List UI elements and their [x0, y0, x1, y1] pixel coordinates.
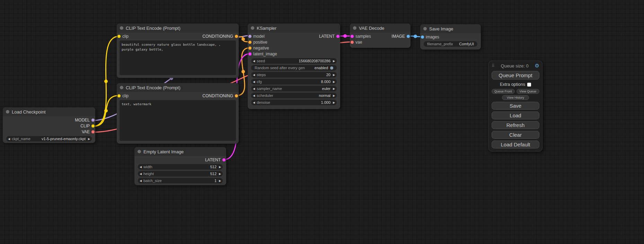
widget-steps[interactable]: steps 20	[251, 72, 337, 78]
queue-prompt-button[interactable]: Queue Prompt	[492, 71, 539, 80]
clear-button[interactable]: Clear	[492, 131, 539, 139]
slot-latent-image-input[interactable]	[248, 52, 252, 55]
node-title-bar[interactable]: CLIP Text Encode (Prompt)	[117, 24, 239, 33]
decrement-icon[interactable]	[251, 73, 257, 76]
slot-image-output[interactable]	[407, 35, 410, 38]
slot-conditioning-output[interactable]	[235, 35, 238, 38]
widget-height[interactable]: height 512	[138, 171, 223, 177]
increment-icon[interactable]	[331, 101, 337, 104]
settings-gear-icon[interactable]: ⚙	[535, 63, 539, 69]
drag-handle-icon[interactable]: ⠿	[492, 63, 495, 68]
widget-ckpt-name[interactable]: ckpt_name v1-5-pruned-emaonly.ckpt	[6, 136, 92, 142]
refresh-button[interactable]: Refresh	[492, 121, 539, 129]
slot-vae-input[interactable]	[351, 40, 354, 44]
collapse-toggle-icon[interactable]	[120, 26, 123, 30]
slot-latent-output[interactable]	[336, 35, 339, 38]
collapse-toggle-icon[interactable]	[353, 26, 356, 30]
node-title-bar[interactable]: Save Image	[420, 24, 481, 33]
node-title-bar[interactable]: VAE Decode	[350, 24, 411, 33]
extra-options-label: Extra options	[500, 82, 525, 87]
slot-latent-output[interactable]	[222, 158, 226, 161]
slot-row-vae: vae	[350, 39, 411, 45]
increment-icon[interactable]	[331, 80, 337, 83]
node-graph-canvas[interactable]: Load Checkpoint MODEL CLIP VAE ckpt_name…	[0, 0, 644, 244]
slot-positive-input[interactable]	[248, 40, 252, 44]
extra-options-checkbox[interactable]	[527, 83, 531, 87]
node-title-bar[interactable]: Load Checkpoint	[3, 107, 95, 116]
next-value-icon[interactable]	[86, 137, 92, 141]
widget-filename-prefix[interactable]: filename_prefix ComfyUI	[424, 41, 477, 47]
node-load-checkpoint[interactable]: Load Checkpoint MODEL CLIP VAE ckpt_name…	[3, 107, 95, 143]
slot-model-output[interactable]	[91, 118, 95, 121]
decrement-icon[interactable]	[138, 179, 143, 182]
output-row-vae: VAE	[3, 129, 95, 135]
collapse-toggle-icon[interactable]	[251, 26, 254, 30]
decrement-icon[interactable]	[251, 101, 257, 104]
output-row-clip: CLIP	[3, 123, 95, 129]
node-title-bar[interactable]: Empty Latent Image	[134, 147, 226, 156]
save-button[interactable]: Save	[492, 102, 539, 110]
decrement-icon[interactable]	[251, 80, 257, 83]
prev-value-icon[interactable]	[251, 94, 257, 97]
prev-value-icon[interactable]	[251, 87, 257, 90]
decrement-icon[interactable]	[251, 60, 257, 63]
wire-dot-clip-positive	[104, 80, 108, 83]
slot-images-input[interactable]	[421, 35, 424, 38]
widget-denoise[interactable]: denoise 1.000	[251, 100, 337, 105]
positive-prompt-input[interactable]: beautiful scenery nature glass bottle la…	[120, 40, 236, 75]
output-row-model: MODEL	[3, 117, 95, 123]
collapse-toggle-icon[interactable]	[120, 86, 123, 89]
slot-row-latent-image: latent_image	[248, 51, 340, 57]
slot-row: clip CONDITIONING	[117, 33, 239, 39]
negative-prompt-input[interactable]: text, watermark	[120, 100, 236, 141]
load-default-button[interactable]: Load Default	[492, 141, 539, 148]
node-title: KSampler	[257, 26, 276, 31]
slot-model-input[interactable]	[248, 35, 252, 38]
slot-vae-output[interactable]	[91, 130, 95, 133]
slot-negative-input[interactable]	[248, 46, 252, 49]
widget-width[interactable]: width 512	[138, 164, 223, 170]
increment-icon[interactable]	[217, 172, 223, 175]
wire-dot-latent-ksampler	[343, 34, 347, 38]
slot-clip-input[interactable]	[117, 94, 121, 97]
increment-icon[interactable]	[331, 60, 337, 63]
slot-row-model: model LATENT	[248, 33, 340, 39]
widget-cfg[interactable]: cfg 8.000	[251, 79, 337, 84]
node-ksampler[interactable]: KSampler model LATENT positive negative …	[248, 24, 340, 109]
decrement-icon[interactable]	[138, 165, 143, 169]
collapse-toggle-icon[interactable]	[423, 27, 427, 30]
toggle-indicator-icon[interactable]	[330, 66, 333, 70]
node-empty-latent-image[interactable]: Empty Latent Image LATENT width 512 heig…	[134, 147, 226, 185]
wire-dot-image	[414, 35, 417, 38]
slot-clip-output[interactable]	[91, 124, 95, 127]
node-title-bar[interactable]: KSampler	[248, 24, 340, 33]
node-title: Empty Latent Image	[143, 149, 184, 154]
load-button[interactable]: Load	[492, 111, 539, 119]
node-clip-text-encode-negative[interactable]: CLIP Text Encode (Prompt) clip CONDITION…	[117, 83, 239, 144]
next-value-icon[interactable]	[331, 94, 337, 97]
increment-icon[interactable]	[217, 179, 223, 182]
node-vae-decode[interactable]: VAE Decode samples IMAGE vae	[350, 24, 411, 48]
node-title-bar[interactable]: CLIP Text Encode (Prompt)	[117, 83, 239, 92]
view-history-button[interactable]: View History	[502, 95, 529, 100]
collapse-toggle-icon[interactable]	[138, 150, 141, 153]
widget-random-seed-toggle[interactable]: Random seed after every gen enabled	[251, 65, 337, 71]
next-value-icon[interactable]	[331, 87, 337, 90]
view-queue-button[interactable]: View Queue	[517, 89, 540, 94]
slot-conditioning-output[interactable]	[235, 94, 238, 97]
collapse-toggle-icon[interactable]	[6, 110, 9, 114]
slot-samples-input[interactable]	[351, 35, 354, 38]
widget-batch-size[interactable]: batch_size 1	[138, 178, 223, 183]
node-clip-text-encode-positive[interactable]: CLIP Text Encode (Prompt) clip CONDITION…	[117, 24, 239, 78]
decrement-icon[interactable]	[138, 172, 143, 175]
widget-seed[interactable]: seed 156680208700286	[251, 58, 337, 64]
prev-value-icon[interactable]	[6, 137, 12, 141]
slot-clip-input[interactable]	[117, 35, 121, 38]
widget-sampler-name[interactable]: sampler_name euler	[251, 86, 337, 91]
queue-front-button[interactable]: Queue Front	[492, 89, 515, 94]
node-save-image[interactable]: Save Image images filename_prefix ComfyU…	[420, 24, 481, 49]
increment-icon[interactable]	[331, 73, 337, 76]
widget-scheduler[interactable]: scheduler normal	[251, 93, 337, 98]
slot-row-positive: positive	[248, 39, 340, 45]
increment-icon[interactable]	[217, 165, 223, 169]
